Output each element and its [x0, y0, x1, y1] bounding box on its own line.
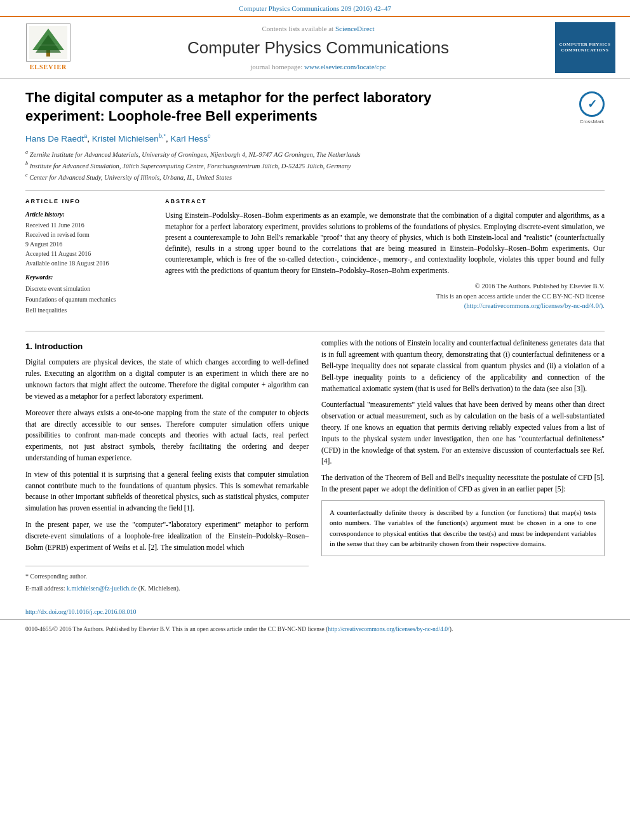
science-direct-link[interactable]: ScienceDirect: [335, 25, 375, 32]
abstract-col: ABSTRACT Using Einstein–Podolsky–Rosen–B…: [165, 197, 605, 321]
author-kristel[interactable]: Kristel Michielsen: [92, 133, 159, 143]
keywords-list: Discrete event simulation Foundations of…: [25, 283, 152, 316]
authors-line: Hans De Raedta, Kristel Michielsenb,*, K…: [25, 132, 605, 145]
body-col-right: complies with the notions of Einstein lo…: [321, 338, 605, 595]
article-title-section: The digital computer as a metaphor for t…: [25, 89, 605, 125]
crossmark-label: CrossMark: [580, 118, 605, 125]
open-access-line: This is an open access article under the…: [165, 291, 605, 312]
keywords-group: Keywords: Discrete event simulation Foun…: [25, 273, 152, 316]
citation-text: Computer Physics Communications 209 (201…: [239, 4, 391, 12]
body-col-left: 1. Introduction Digital computers are ph…: [25, 338, 309, 595]
body-para-3: In view of this potential it is surprisi…: [25, 469, 309, 514]
affil-a: a Zernike Institute for Advanced Materia…: [25, 149, 605, 159]
page-footer: 0010-4655/© 2016 The Authors. Published …: [0, 619, 630, 639]
publisher-logo-area: ELSEVIER: [10, 23, 86, 72]
info-abstract-section: ARTICLE INFO Article history: Received 1…: [25, 197, 605, 321]
history-label: Article history:: [25, 210, 152, 219]
homepage-url[interactable]: www.elsevier.com/locate/cpc: [304, 63, 386, 70]
license-url[interactable]: (http://creativecommons.org/licenses/by-…: [464, 302, 605, 309]
article-content: The digital computer as a metaphor for t…: [0, 79, 630, 608]
affil-b: b Institute for Advanced Simulation, Jül…: [25, 160, 605, 171]
abstract-heading: ABSTRACT: [165, 197, 605, 206]
history-revised-label: Received in revised form: [25, 230, 152, 239]
history-revised-date: 9 August 2016: [25, 239, 152, 249]
history-online: Available online 18 August 2016: [25, 258, 152, 268]
author-karl-sup: c: [208, 133, 211, 139]
divider-1: [25, 190, 605, 191]
keyword-2: Foundations of quantum mechanics: [25, 294, 152, 305]
footnote-email: E-mail address: k.michielsen@fz-juelich.…: [25, 583, 309, 594]
affil-c: c Center for Advanced Study, University …: [25, 171, 605, 182]
elsevier-logo: ELSEVIER: [26, 23, 70, 72]
cpc-logo-area: COMPUTER PHYSICSCOMMUNICATIONS: [550, 22, 620, 73]
abstract-copyright: © 2016 The Authors. Published by Elsevie…: [165, 281, 605, 311]
footer-license-link[interactable]: http://creativecommons.org/licenses/by-n…: [328, 626, 449, 632]
cpc-logo-box: COMPUTER PHYSICSCOMMUNICATIONS: [555, 22, 615, 73]
journal-title: Computer Physics Communications: [94, 36, 542, 59]
footer-issn: 0010-4655/© 2016 The Authors. Published …: [25, 626, 328, 632]
cpc-logo-text: COMPUTER PHYSICSCOMMUNICATIONS: [560, 42, 611, 53]
body-para-5: complies with the notions of Einstein lo…: [321, 338, 605, 394]
keyword-1: Discrete event simulation: [25, 283, 152, 294]
history-accepted: Accepted 11 August 2016: [25, 249, 152, 258]
footnote-email-link[interactable]: k.michielsen@fz-juelich.de: [67, 585, 137, 592]
author-hans[interactable]: Hans De Raedt: [25, 133, 84, 143]
keywords-label: Keywords:: [25, 273, 152, 282]
footnote-area: * Corresponding author. E-mail address: …: [25, 566, 309, 593]
body-para-7: The derivation of the Theorem of Bell an…: [321, 472, 605, 495]
author-hans-sup: a: [84, 133, 87, 139]
boxed-definition: A counterfactually definite theory is de…: [321, 500, 605, 556]
body-para-4: In the present paper, we use the "comput…: [25, 519, 309, 553]
article-info-heading: ARTICLE INFO: [25, 197, 152, 206]
body-section: 1. Introduction Digital computers are ph…: [25, 338, 605, 595]
crossmark-icon: ✓: [579, 91, 605, 117]
body-para-6: Counterfactual "measurements" yield valu…: [321, 399, 605, 467]
abstract-text: Using Einstein–Podolsky–Rosen–Bohm exper…: [165, 210, 605, 276]
article-title: The digital computer as a metaphor for t…: [25, 89, 508, 125]
elsevier-tree-icon: [26, 23, 70, 62]
doi-link[interactable]: http://dx.doi.org/10.1016/j.cpc.2016.08.…: [0, 608, 630, 617]
body-para-2: Moreover there always exists a one-to-on…: [25, 408, 309, 464]
affiliations: a Zernike Institute for Advanced Materia…: [25, 149, 605, 183]
crossmark-badge: ✓ CrossMark: [579, 91, 605, 125]
keyword-3: Bell inequalities: [25, 305, 152, 316]
journal-homepage: journal homepage: www.elsevier.com/locat…: [94, 62, 542, 72]
article-info-col: ARTICLE INFO Article history: Received 1…: [25, 197, 152, 321]
article-history-group: Article history: Received 11 June 2016 R…: [25, 210, 152, 268]
footnote-corresponding: * Corresponding author.: [25, 571, 309, 582]
body-para-1: Digital computers are physical devices, …: [25, 357, 309, 402]
journal-citation: Computer Physics Communications 209 (201…: [0, 0, 630, 16]
science-direct-line: Contents lists available at ScienceDirec…: [94, 24, 542, 34]
journal-title-area: Contents lists available at ScienceDirec…: [94, 24, 542, 72]
author-kristel-sup: b,*: [159, 133, 166, 139]
history-received: Received 11 June 2016: [25, 220, 152, 230]
copyright-line: © 2016 The Authors. Published by Elsevie…: [165, 281, 605, 291]
elsevier-wordmark: ELSEVIER: [30, 63, 67, 72]
author-karl[interactable]: Karl Hess: [170, 133, 208, 143]
journal-header: ELSEVIER Contents lists available at Sci…: [0, 16, 630, 79]
divider-2: [25, 331, 605, 331]
section1-title: 1. Introduction: [25, 340, 309, 353]
